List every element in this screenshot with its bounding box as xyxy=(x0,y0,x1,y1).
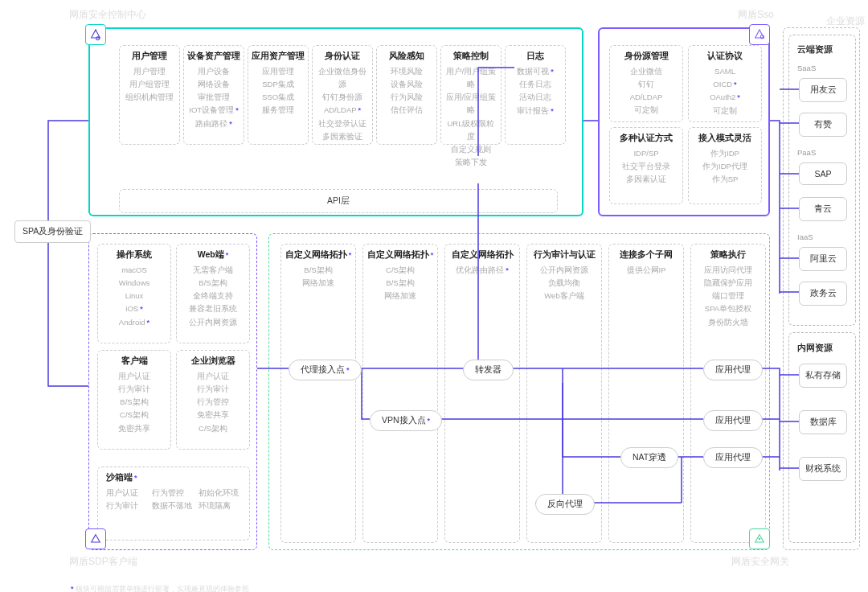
gateway-icon xyxy=(749,528,770,549)
feature-card: 企业浏览器用户认证行为审计行为管控免密共享C/S架构 xyxy=(176,350,250,450)
card-item: macOS xyxy=(101,264,167,277)
card-title: 多种认证方式 xyxy=(613,133,679,144)
card-item: C/S架构 xyxy=(180,422,246,435)
card-item: OAuth2* xyxy=(692,91,758,104)
card-item: 企业微信 xyxy=(613,65,679,78)
card-item: 社交登录认证 xyxy=(316,117,369,130)
footnote: * 模块可根据需要单独进行部署，实现最直观的体验参照 xyxy=(69,584,249,592)
card-item: 活动日志 xyxy=(509,91,562,104)
card-item: 应用访问代理 xyxy=(694,264,762,277)
feature-card: 连接多个子网提供公网IP xyxy=(608,244,684,543)
card-title: 操作系统 xyxy=(101,249,167,261)
card-title: 行为审计与认证 xyxy=(530,249,598,261)
api-layer: API层 xyxy=(119,189,558,213)
card-item: 应用管理 xyxy=(252,65,305,78)
card-item: 可定制 xyxy=(613,104,679,117)
card-item: 用户认证 xyxy=(101,370,167,383)
card-item: AD/LDAP xyxy=(613,91,679,104)
card-item: SAML xyxy=(692,65,758,78)
reverse-proxy-pill: 反向代理 xyxy=(535,494,595,515)
card-item: 社交平台登录 xyxy=(613,160,679,173)
card-item: 网络加速 xyxy=(285,277,352,290)
app-proxy-pill-2: 应用代理 xyxy=(703,410,763,431)
label-top-left: 网盾安全控制中心 xyxy=(69,8,146,22)
feature-card: 设备资产管理用户设备网络设备审批管理IOT设备管理*路由路径* xyxy=(183,45,244,145)
card-item: 可定制 xyxy=(692,105,758,117)
paas-label: PaaS xyxy=(797,146,816,159)
res-storage: 私有存储 xyxy=(799,364,847,388)
card-item: 作为IDP xyxy=(692,147,758,160)
card-title: 接入模式灵活 xyxy=(692,133,758,144)
res-db: 数据库 xyxy=(799,410,847,434)
sso-panel: 身份源管理企业微信钉钉AD/LDAP可定制认证协议SAMLOICD*OAuth2… xyxy=(598,27,770,216)
card-item: 数据不落地 xyxy=(152,500,194,512)
card-item: B/S架构 xyxy=(101,396,167,409)
feature-card: 用户管理用户管理用户组管理组织机构管理 xyxy=(119,45,180,145)
card-item: 初始化环境 xyxy=(199,487,241,500)
label-corp-res: 企业资源 xyxy=(826,14,865,28)
card-title: 认证协议 xyxy=(692,51,758,62)
res-yonyou: 用友云 xyxy=(799,78,847,102)
vpn-entry-pill: VPN接入点* xyxy=(370,410,442,431)
card-item: 用户设备 xyxy=(187,65,240,78)
iaas-label: IaaS xyxy=(797,231,813,244)
card-item: OICD* xyxy=(692,78,758,91)
card-title: 策略执行 xyxy=(694,249,762,261)
card-item: 公开内网资源 xyxy=(530,264,598,277)
card-item: AD/LDAP* xyxy=(316,104,369,117)
card-item: Linux xyxy=(101,290,167,302)
feature-card: 策略控制用户/用户组策略应用/应用组策略URL级权限粒度自定义规则策略下发 xyxy=(440,45,502,145)
feature-card: 自定义网络拓扑*B/S架构网络加速 xyxy=(280,244,356,543)
nat-pill: NAT穿透 xyxy=(620,447,678,468)
card-item: 自定义规则 xyxy=(444,143,497,156)
client-icon xyxy=(85,528,106,549)
card-title: 用户管理 xyxy=(123,51,176,62)
res-qingcloud: 青云 xyxy=(799,197,847,221)
app-proxy-pill-1: 应用代理 xyxy=(703,360,763,380)
card-item: 网络加速 xyxy=(366,290,434,302)
res-youzan: 有赞 xyxy=(799,113,847,137)
card-item: 钉钉 xyxy=(613,78,679,91)
card-item: 任务日志 xyxy=(509,78,562,91)
card-item: 优化路由路径* xyxy=(448,264,516,277)
feature-card: 自定义网络拓扑*C/S架构B/S架构网络加速 xyxy=(362,244,438,543)
res-sap: SAP xyxy=(799,162,847,185)
card-item: 全终端支持 xyxy=(180,290,246,302)
card-item: 用户组管理 xyxy=(123,78,176,91)
card-item: C/S架构 xyxy=(366,264,434,277)
card-title: 企业浏览器 xyxy=(180,356,246,367)
card-item: 作为SP xyxy=(692,173,758,186)
card-item: 信任评估 xyxy=(380,104,433,117)
card-title: 客户端 xyxy=(101,356,167,367)
sandbox-card: 沙箱端* 用户认证行为管控初始化环境行为审计数据不落地环境隔离 xyxy=(97,467,250,541)
res-zhengwu: 政务云 xyxy=(799,282,847,306)
card-item: 应用/应用组策略 xyxy=(444,91,497,117)
card-title: 身份源管理 xyxy=(613,51,679,62)
card-title: 连接多个子网 xyxy=(612,249,680,261)
card-item: 多因素验证 xyxy=(316,130,369,143)
card-item: 端口管理 xyxy=(694,290,762,302)
card-item: 环境风险 xyxy=(380,65,433,78)
card-item: iOS* xyxy=(101,302,167,315)
res-finance: 财税系统 xyxy=(799,457,847,481)
control-center-panel: 用户管理用户管理用户组管理组织机构管理设备资产管理用户设备网络设备审批管理IOT… xyxy=(88,27,583,216)
feature-card: 客户端用户认证行为审计B/S架构C/S架构免密共享 xyxy=(97,350,171,450)
card-item: 审计报告* xyxy=(509,105,562,117)
client-panel: 操作系统macOSWindowsLinuxiOS*Android*Web端*无需… xyxy=(88,233,257,550)
card-item: 设备风险 xyxy=(380,78,433,91)
feature-card: 认证协议SAMLOICD*OAuth2*可定制 xyxy=(688,45,762,122)
card-item: B/S架构 xyxy=(366,277,434,290)
card-title: 设备资产管理 xyxy=(187,51,240,62)
spa-auth-label: SPA及身份验证 xyxy=(14,220,91,243)
card-item: 数据可视* xyxy=(509,65,562,78)
card-title: 自定义网络拓扑* xyxy=(285,249,352,261)
card-title: Web端* xyxy=(180,249,246,261)
card-item: URL级权限粒度 xyxy=(444,117,497,143)
card-item: 兼容老旧系统 xyxy=(180,302,246,315)
card-item: 隐藏保护应用 xyxy=(694,277,762,290)
card-item: 审批管理 xyxy=(187,91,240,104)
card-item: 策略下发 xyxy=(444,156,497,169)
card-item: 路由路径* xyxy=(187,117,240,130)
card-item: 公开内网资源 xyxy=(180,316,246,329)
card-item: SSO集成 xyxy=(252,91,305,104)
